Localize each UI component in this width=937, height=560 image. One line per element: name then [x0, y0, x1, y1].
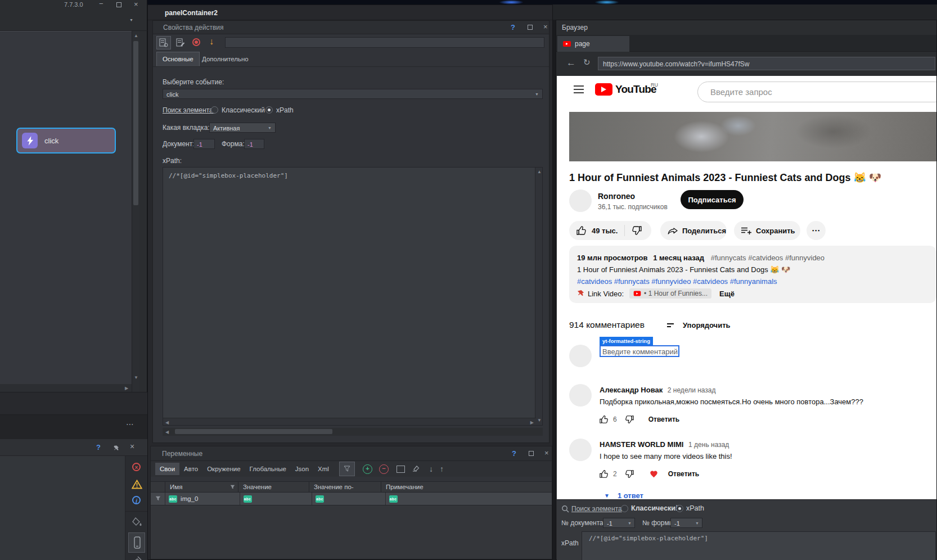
action-block-click[interactable]: click: [16, 128, 116, 153]
record-icon[interactable]: [192, 38, 200, 46]
form-number-select[interactable]: -1 ▼: [670, 518, 702, 528]
xpath-hscrollbar[interactable]: ◀ ▶: [163, 418, 536, 425]
radio-xpath-label[interactable]: xPath: [686, 504, 704, 512]
cell-note[interactable]: abc: [386, 493, 552, 505]
reload-icon[interactable]: ↻: [583, 57, 591, 67]
share-button[interactable]: Поделиться: [660, 221, 727, 240]
errors-icon[interactable]: ×: [132, 463, 141, 471]
more-options-icon[interactable]: ⋯: [126, 419, 134, 428]
video-player[interactable]: [569, 112, 936, 161]
paint-bucket-icon[interactable]: [131, 517, 142, 529]
close-button[interactable]: ×: [134, 1, 138, 8]
pin-icon[interactable]: [113, 444, 119, 454]
element-search-link[interactable]: Поиск элемента: [571, 505, 622, 513]
radio-classic-label[interactable]: Классический: [631, 504, 680, 512]
radio-classic-label[interactable]: Классический: [222, 106, 265, 114]
hamburger-menu-icon[interactable]: [574, 85, 584, 93]
comment-author[interactable]: Александр Новак: [600, 386, 663, 394]
youtube-wordmark[interactable]: YouTube: [615, 83, 656, 96]
tab-environment[interactable]: Окружение: [202, 463, 245, 475]
thumb-down-icon[interactable]: [625, 415, 634, 424]
close-icon[interactable]: ×: [543, 23, 548, 31]
scrollbar-thumb[interactable]: [133, 41, 138, 205]
cell-default[interactable]: abc: [312, 493, 386, 505]
tab-own[interactable]: Свои: [155, 463, 179, 475]
tab-xml[interactable]: Xml: [313, 463, 334, 475]
comment-avatar[interactable]: [569, 439, 592, 461]
creator-heart-icon[interactable]: [650, 470, 658, 478]
tab-main[interactable]: Основные: [156, 52, 200, 66]
properties-titlebar[interactable]: Свойства действия ? ×: [153, 21, 549, 34]
workflow-canvas[interactable]: click: [0, 31, 139, 392]
xpath-vscrollbar[interactable]: ▲ ▼: [535, 168, 542, 425]
form-input[interactable]: -1: [244, 139, 264, 149]
radio-xpath[interactable]: [265, 106, 273, 114]
radio-xpath[interactable]: [676, 505, 683, 512]
scrollbar-thumb[interactable]: [175, 429, 332, 434]
channel-name[interactable]: Ronroneo: [598, 192, 635, 201]
element-search-link[interactable]: Поиск элемента:: [163, 106, 215, 114]
thumb-up-icon[interactable]: [600, 415, 609, 424]
description-box[interactable]: 19 млн просмотров 1 месяц назад #funnyca…: [569, 246, 936, 303]
comment-age[interactable]: 1 день назад: [688, 441, 729, 449]
filter-icon[interactable]: [339, 462, 355, 476]
properties-list-settings-icon[interactable]: [156, 36, 171, 49]
row-marker-cell[interactable]: [151, 493, 165, 505]
scroll-down-icon[interactable]: ▼: [537, 418, 542, 423]
more-actions-button[interactable]: ⋯: [807, 221, 826, 240]
back-icon[interactable]: ←: [566, 57, 576, 69]
table-row[interactable]: abc img_0 abc abc abc: [151, 493, 552, 505]
reply-button[interactable]: Ответить: [648, 416, 679, 423]
column-value[interactable]: Значение: [238, 482, 309, 493]
column-name[interactable]: Имя: [165, 482, 238, 493]
left-canvas-hscrollbar[interactable]: ▶: [0, 384, 132, 392]
header-hashtags[interactable]: #funnycats #catvideos #funnyvideo: [711, 254, 825, 262]
tab-auto[interactable]: Авто: [179, 463, 202, 475]
thumb-up-icon[interactable]: [576, 225, 587, 236]
properties-search-input[interactable]: [225, 37, 544, 48]
maximize-icon[interactable]: [529, 451, 534, 456]
youtube-search-input[interactable]: Введите запрос: [697, 82, 936, 102]
help-icon[interactable]: ?: [511, 23, 515, 31]
restore-button[interactable]: [116, 2, 121, 7]
scroll-down-icon[interactable]: ▼: [134, 375, 138, 381]
cell-name[interactable]: abc img_0: [165, 493, 240, 505]
save-button[interactable]: Сохранить: [734, 221, 800, 240]
event-select[interactable]: click ▼: [163, 89, 543, 99]
sort-button[interactable]: Упорядочить: [683, 321, 731, 329]
remove-variable-icon[interactable]: −: [379, 464, 389, 474]
column-note[interactable]: Примечание: [381, 482, 550, 493]
filter-icon[interactable]: [230, 484, 235, 491]
comment-author[interactable]: HAMSTER WORLD MIMI: [600, 440, 683, 449]
active-tool-frame[interactable]: [128, 532, 145, 553]
left-canvas-vscrollbar[interactable]: ▲ ▼: [132, 31, 139, 392]
column-default[interactable]: Значение по-умолчанию: [309, 482, 381, 493]
scroll-right-icon[interactable]: ▶: [125, 386, 128, 391]
frame-icon[interactable]: [397, 466, 405, 473]
close-icon[interactable]: ×: [544, 449, 549, 457]
info-icon[interactable]: i: [132, 496, 141, 504]
browser-tab-page[interactable]: page: [557, 36, 629, 52]
xpath-textarea[interactable]: //*[@id="simplebox-placeholder"] ▲ ▼ ◀ ▶: [163, 167, 543, 426]
browser-titlebar[interactable]: Браузер: [556, 20, 936, 35]
minimize-button[interactable]: −: [99, 0, 103, 8]
comment-age[interactable]: 2 недели назад: [668, 386, 716, 394]
broom-icon[interactable]: [131, 556, 142, 560]
move-down-icon[interactable]: ↓: [429, 464, 433, 473]
tab-additional[interactable]: Дополнительно: [196, 52, 255, 66]
document-input[interactable]: -1: [193, 139, 215, 149]
chevron-down-icon[interactable]: ▼: [129, 18, 133, 22]
scroll-up-icon[interactable]: ▲: [537, 169, 542, 175]
youtube-logo-icon[interactable]: [595, 83, 612, 96]
thumb-up-icon[interactable]: [600, 469, 609, 478]
reply-button[interactable]: Ответить: [668, 470, 699, 478]
help-icon[interactable]: ?: [96, 443, 101, 451]
which-tab-select[interactable]: Активная ▼: [209, 123, 276, 133]
thumb-down-icon[interactable]: [625, 469, 634, 478]
url-input[interactable]: https://www.youtube.com/watch?v=ifumHS47…: [598, 57, 935, 70]
comment-avatar[interactable]: [569, 384, 592, 407]
scroll-right-icon[interactable]: ▶: [530, 420, 534, 426]
variables-titlebar[interactable]: Переменные ? ×: [151, 446, 552, 461]
doc-number-select[interactable]: -1 ▼: [603, 518, 635, 528]
radio-classic[interactable]: [621, 505, 628, 512]
